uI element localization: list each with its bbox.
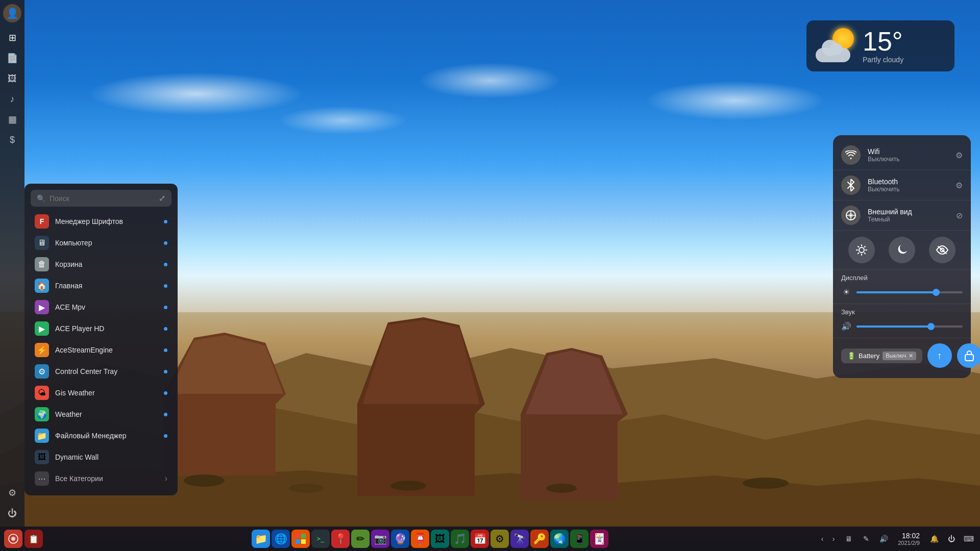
- keyboard-tray-icon[interactable]: ⌨: [962, 532, 976, 546]
- list-item[interactable]: ▶ ACE Mpv: [31, 296, 172, 318]
- svg-rect-25: [296, 534, 300, 538]
- taskbar-store[interactable]: [291, 530, 310, 548]
- taskbar-terminal[interactable]: >_: [311, 530, 330, 548]
- list-item[interactable]: 🖥 Компьютер: [31, 232, 172, 254]
- taskbar-browser3[interactable]: 🌏: [550, 530, 569, 548]
- app-icon-computer: 🖥: [35, 236, 49, 250]
- weather-info: 15° Partly cloudy: [863, 28, 903, 64]
- app-dot: [164, 220, 167, 223]
- taskbar-music[interactable]: 🎵: [451, 530, 469, 548]
- system-clock[interactable]: 18:02 2021/2/9: [894, 532, 924, 546]
- app-label: Главная: [55, 282, 158, 290]
- display-slider-section: Дисплей ☀: [833, 270, 971, 304]
- app-dot: [164, 348, 167, 352]
- app-label: Компьютер: [55, 239, 158, 247]
- search-input[interactable]: [50, 194, 155, 203]
- cloud-icon: [816, 44, 850, 62]
- sound-slider-thumb: [927, 323, 935, 330]
- list-item[interactable]: ▶ ACE Player HD: [31, 318, 172, 339]
- taskbar-maps[interactable]: 📍: [331, 530, 350, 548]
- battery-close-icon[interactable]: ✕: [909, 353, 913, 359]
- nav-back-arrow[interactable]: ‹: [817, 534, 827, 544]
- display-label: Дисплей: [841, 274, 963, 282]
- eye-care-button[interactable]: [929, 237, 955, 263]
- wifi-row[interactable]: Wifi Выключить ⚙: [833, 140, 971, 170]
- screen-tray-icon[interactable]: 🖥: [842, 532, 856, 546]
- upload-action-button[interactable]: ↑: [927, 343, 952, 368]
- weather-description: Partly cloudy: [863, 56, 903, 64]
- bluetooth-row[interactable]: Bluetooth Выключить ⚙: [833, 170, 971, 201]
- sidebar-wallet-icon[interactable]: $: [3, 131, 21, 149]
- wifi-label-group: Wifi Выключить: [868, 147, 948, 163]
- sidebar-power-icon[interactable]: ⏻: [3, 504, 21, 522]
- app-dot: [164, 306, 167, 309]
- app-icon-trash: 🗑: [35, 257, 49, 271]
- list-item[interactable]: ⚡ AceStreamEngine: [31, 339, 172, 361]
- list-item[interactable]: 🌍 Weather: [31, 404, 172, 425]
- app-label: ACE Mpv: [55, 303, 158, 311]
- expand-icon[interactable]: ⤢: [159, 193, 165, 203]
- nav-forward-arrow[interactable]: ›: [828, 534, 839, 544]
- taskbar-browser[interactable]: 🌐: [272, 530, 290, 548]
- taskbar-files[interactable]: 📁: [252, 530, 270, 548]
- list-item[interactable]: ⚙ Control Center Tray: [31, 361, 172, 382]
- sidebar-apps-icon[interactable]: ⊞: [3, 29, 21, 47]
- taskbar-photos[interactable]: 🖼: [431, 530, 449, 548]
- sidebar-music-icon[interactable]: ♪: [3, 90, 21, 108]
- brightness-day-button[interactable]: [848, 237, 875, 263]
- app-icon-font-manager: F: [35, 214, 49, 229]
- taskbar-email[interactable]: 📮: [411, 530, 429, 548]
- app-dot: [164, 413, 167, 416]
- all-categories-label: Все Категории: [55, 474, 159, 483]
- app-label: Weather: [55, 410, 158, 418]
- all-categories-item[interactable]: ··· Все Категории ›: [31, 468, 172, 489]
- bluetooth-settings-icon[interactable]: ⚙: [955, 181, 963, 190]
- start-menu-button[interactable]: [4, 530, 22, 548]
- sidebar-spreadsheet-icon[interactable]: ▦: [3, 110, 21, 129]
- taskbar-center: 📁 🌐 >_ 📍 ✏ 📷 🔮 📮 🖼 🎵 📅 ⚙ 🔭 🔑 🌏 📱 🃏: [45, 530, 815, 548]
- app-dot: [164, 284, 167, 288]
- lock-icon: [964, 350, 974, 361]
- sidebar-files-icon[interactable]: 📄: [3, 49, 21, 67]
- app-icon-weather: 🌍: [35, 407, 49, 421]
- left-sidebar: 👤 ⊞ 📄 🖼 ♪ ▦ $ ⚙ ⏻: [0, 0, 24, 527]
- pen-tray-icon[interactable]: ✎: [859, 532, 873, 546]
- nav-arrows: ‹ ›: [817, 534, 839, 544]
- taskbar-discover[interactable]: 🔭: [510, 530, 529, 548]
- battery-label: Battery: [859, 352, 879, 360]
- app-dot: [164, 327, 167, 331]
- taskbar-editor[interactable]: ✏: [351, 530, 370, 548]
- taskbar-camera[interactable]: 📷: [371, 530, 389, 548]
- taskbar-android[interactable]: 📱: [570, 530, 589, 548]
- user-avatar[interactable]: 👤: [3, 4, 21, 22]
- app-label: AceStreamEngine: [55, 346, 158, 354]
- notification-tray-icon[interactable]: 🔔: [927, 532, 941, 546]
- list-item[interactable]: 🗑 Корзина: [31, 254, 172, 275]
- appearance-row[interactable]: Внешний вид Темный ⊘: [833, 201, 971, 231]
- taskbar-settings[interactable]: ⚙: [491, 530, 509, 548]
- list-item[interactable]: 📁 Файловый Менеджер: [31, 425, 172, 446]
- sidebar-gallery-icon[interactable]: 🖼: [3, 69, 21, 88]
- power-tray-icon[interactable]: ⏻: [944, 532, 959, 546]
- list-item[interactable]: F Менеджер Шрифтов: [31, 211, 172, 232]
- all-categories-icon: ···: [35, 471, 49, 486]
- list-item[interactable]: 🖼 Dynamic Wall: [31, 446, 172, 468]
- sound-slider-track[interactable]: [856, 325, 963, 328]
- night-mode-button[interactable]: [889, 237, 915, 263]
- taskbar-solitaire[interactable]: 🃏: [590, 530, 608, 548]
- display-slider-track[interactable]: [856, 291, 963, 293]
- list-item[interactable]: 🏠 Главная: [31, 275, 172, 296]
- appearance-settings-icon[interactable]: ⊘: [956, 211, 963, 220]
- taskbar-keepass[interactable]: 🔑: [530, 530, 549, 548]
- taskbar-calendar[interactable]: 📅: [471, 530, 489, 548]
- wifi-settings-icon[interactable]: ⚙: [955, 151, 963, 160]
- list-item[interactable]: 🌤 Gis Weather: [31, 382, 172, 404]
- sidebar-settings-icon[interactable]: ⚙: [3, 484, 21, 502]
- app-label: Dynamic Wall: [55, 453, 167, 461]
- volume-tray-icon[interactable]: 🔊: [876, 532, 891, 546]
- taskbar-browser2[interactable]: 🔮: [391, 530, 409, 548]
- app-dot: [164, 263, 167, 266]
- taskbar-second-app[interactable]: 📋: [24, 530, 43, 548]
- lock-action-button[interactable]: [957, 343, 980, 368]
- app-icon-dynamic-wall: 🖼: [35, 450, 49, 464]
